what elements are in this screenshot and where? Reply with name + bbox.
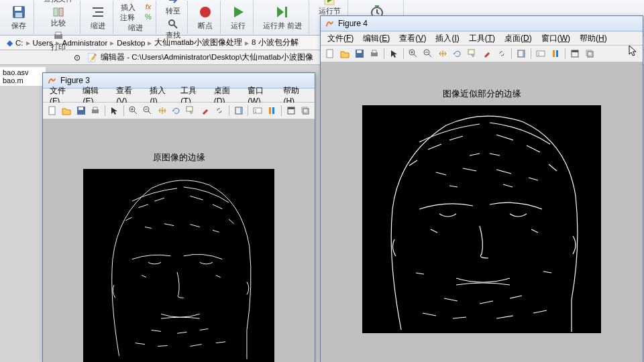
crumb-part[interactable]: 8 小波包分解 <box>252 38 299 48</box>
fx-button[interactable]: fx <box>146 3 152 13</box>
link-icon[interactable] <box>495 47 508 60</box>
insert-colorbar-icon[interactable] <box>266 104 278 117</box>
undock-icon[interactable] <box>299 104 312 117</box>
svg-rect-21 <box>186 107 193 111</box>
indent-button[interactable]: 缩进 <box>87 3 109 32</box>
print-icon[interactable] <box>368 47 381 60</box>
legend-icon[interactable] <box>534 47 547 60</box>
zoom-in-icon[interactable] <box>407 47 420 60</box>
link-icon[interactable] <box>213 104 226 117</box>
zoom-in-icon[interactable] <box>127 104 140 117</box>
menu-insert[interactable]: 插入(I) <box>431 32 463 45</box>
svg-rect-8 <box>56 32 61 35</box>
crumb-drive[interactable]: C: <box>15 39 23 47</box>
dock-icon[interactable] <box>568 47 582 60</box>
rotate-icon[interactable] <box>451 47 464 60</box>
dock-icon[interactable] <box>284 104 297 117</box>
svg-rect-46 <box>572 50 578 52</box>
pan-icon[interactable] <box>156 104 168 117</box>
print-icon[interactable] <box>89 104 101 117</box>
list-item[interactable]: bao.m <box>3 76 43 84</box>
rotate-icon[interactable] <box>170 104 182 117</box>
svg-rect-49 <box>362 105 601 333</box>
brush-icon[interactable] <box>199 104 211 117</box>
new-icon[interactable] <box>46 104 58 117</box>
figure4-plot-title: 图像近似部分的边缘 <box>443 88 521 100</box>
svg-rect-1 <box>15 7 21 11</box>
legend-icon[interactable] <box>251 104 264 117</box>
svg-rect-41 <box>523 51 524 56</box>
insert-colorbar-icon[interactable] <box>549 47 562 60</box>
save-button[interactable]: 保存 <box>8 3 30 32</box>
breakpoints-button[interactable]: 断点 <box>195 3 216 32</box>
compare-button[interactable]: 比较 <box>48 5 68 29</box>
new-icon[interactable] <box>323 47 337 60</box>
file-list: bao.asv bao.m <box>0 67 46 86</box>
zoom-out-icon[interactable] <box>421 47 435 60</box>
save-icon[interactable] <box>74 104 87 117</box>
svg-rect-5 <box>54 8 58 16</box>
menu-help[interactable]: 帮助(H) <box>576 32 611 45</box>
figure3-image <box>83 169 274 362</box>
svg-rect-2 <box>15 13 22 17</box>
menu-view[interactable]: 查看(V) <box>395 32 430 45</box>
menu-desktop[interactable]: 桌面(D) <box>500 32 536 45</box>
find-files-button[interactable]: 查找文件 <box>41 0 76 5</box>
run-advance-button[interactable]: 运行并 前进 <box>260 3 305 32</box>
pan-icon[interactable] <box>436 47 449 60</box>
figure4-title: Figure 4 <box>338 19 368 28</box>
undock-icon[interactable] <box>583 47 596 60</box>
figure3-plot-title: 原图像的边缘 <box>153 152 205 164</box>
insert-label: 插入 <box>121 3 136 13</box>
svg-rect-44 <box>556 50 558 57</box>
indent-label: 缩进 <box>128 23 143 33</box>
svg-point-10 <box>200 7 211 17</box>
save-icon[interactable] <box>353 47 366 60</box>
pointer-icon[interactable] <box>108 104 121 117</box>
figure4-menubar: 文件(F) 编辑(E) 查看(V) 插入(I) 工具(T) 桌面(D) 窗口(W… <box>321 32 643 46</box>
svg-rect-34 <box>357 50 362 53</box>
svg-rect-11 <box>285 7 287 17</box>
svg-rect-31 <box>87 169 270 362</box>
svg-rect-47 <box>588 52 593 57</box>
open-icon[interactable] <box>338 47 352 60</box>
figure4-titlebar[interactable]: Figure 4 <box>321 16 643 32</box>
open-icon[interactable] <box>60 104 72 117</box>
zoom-out-icon[interactable] <box>141 104 154 117</box>
figure3-menubar: 文件(F) 编辑(E) 查看(V) 插入(I) 工具(T) 桌面(D) 窗口(W… <box>43 88 315 103</box>
menu-file[interactable]: 文件(F) <box>323 32 358 45</box>
colorbar-icon[interactable] <box>515 47 528 60</box>
datatip-icon[interactable] <box>184 104 197 117</box>
goto-button[interactable]: 转至 <box>163 0 183 17</box>
svg-point-9 <box>169 20 174 25</box>
figure4-window: Figure 4 文件(F) 编辑(E) 查看(V) 插入(I) 工具(T) 桌… <box>320 15 643 362</box>
svg-rect-6 <box>59 8 63 16</box>
svg-rect-30 <box>302 107 307 113</box>
svg-rect-42 <box>537 51 545 56</box>
menu-tools[interactable]: 工具(T) <box>465 32 499 45</box>
crumb-part[interactable]: Administrator <box>62 39 108 47</box>
brush-icon[interactable] <box>480 47 494 60</box>
menu-edit[interactable]: 编辑(E) <box>359 32 394 45</box>
run-button[interactable]: 运行 <box>227 3 249 32</box>
crumb-part[interactable]: 大仙matlab小波图像处理 <box>154 38 242 48</box>
crumb-part[interactable]: Users <box>33 39 53 47</box>
pointer-icon[interactable] <box>387 47 400 60</box>
datatip-icon[interactable] <box>466 47 479 60</box>
figure4-image <box>362 105 601 333</box>
svg-rect-36 <box>372 50 376 53</box>
figure3-window: Figure 3 文件(F) 编辑(E) 查看(V) 插入(I) 工具(T) 桌… <box>42 72 315 362</box>
crumb-part[interactable]: Desktop <box>117 39 145 47</box>
list-item[interactable]: bao.asv <box>3 68 43 76</box>
svg-rect-18 <box>93 107 97 110</box>
svg-rect-29 <box>303 109 309 114</box>
svg-rect-32 <box>327 50 333 58</box>
menu-window[interactable]: 窗口(W) <box>537 32 574 45</box>
figure3-body: 原图像的边缘 <box>43 119 315 362</box>
editor-path: 编辑器 - C:\Users\Administrator\Desktop\大仙m… <box>101 52 313 62</box>
figure3-toolbar <box>43 103 315 119</box>
svg-rect-48 <box>586 50 592 56</box>
colorbar-icon[interactable] <box>232 104 245 117</box>
figure4-toolbar <box>321 46 643 62</box>
comment-label: 注释 <box>120 13 135 23</box>
